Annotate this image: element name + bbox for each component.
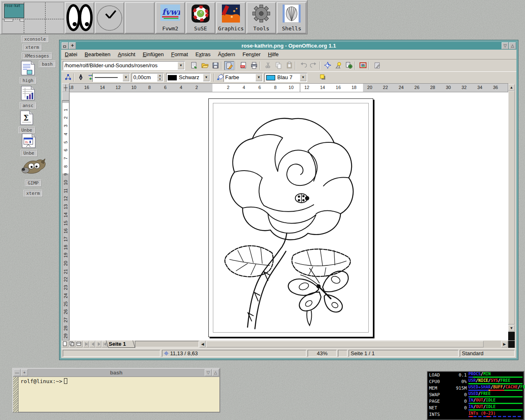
- status-zoom-cell[interactable]: 43%: [308, 350, 337, 357]
- desktop-icon-xconsole-0[interactable]: xconsole: [21, 36, 49, 43]
- launcher-graphics[interactable]: Graphics: [216, 2, 246, 34]
- line-color-select[interactable]: Schwarz ▼: [166, 73, 210, 82]
- scroll-right-icon[interactable]: ▶: [501, 341, 508, 347]
- chevron-down-icon[interactable]: ▼: [256, 74, 262, 81]
- desktop-icon-high-4[interactable]: high: [20, 60, 37, 84]
- copy-icon[interactable]: [274, 61, 283, 70]
- new-document-icon[interactable]: [189, 61, 199, 70]
- open-icon[interactable]: [200, 61, 210, 70]
- menu-hilfe[interactable]: Hilfe: [264, 50, 282, 59]
- desktop-icon-bash-3[interactable]: bash: [39, 61, 56, 68]
- redo-icon[interactable]: [309, 61, 319, 70]
- scroll-down-icon[interactable]: ▼: [508, 325, 515, 331]
- zoom-icon[interactable]: [333, 61, 343, 70]
- edit-file-icon[interactable]: [224, 61, 234, 70]
- edit-points-icon[interactable]: [63, 73, 73, 82]
- view-mode-button-1[interactable]: [62, 341, 68, 347]
- menu-bearbeiten[interactable]: Bearbeiten: [81, 50, 114, 59]
- vertical-ruler[interactable]: 1234567891011121314151617181920212223242…: [62, 100, 69, 340]
- export-pdf-icon[interactable]: PDF: [238, 61, 248, 70]
- window-titlebar[interactable]: rose-kathrin.png - OpenOffice.org 1.1: [61, 42, 516, 50]
- vertical-scrollbar[interactable]: ▲ ▼: [508, 84, 515, 340]
- status-template-cell[interactable]: Standard: [460, 350, 515, 357]
- line-style-select[interactable]: ▼: [92, 73, 130, 82]
- desktop-icon-ansc-5[interactable]: ansc: [20, 85, 37, 109]
- paste-icon[interactable]: [284, 61, 294, 70]
- data-sources-icon[interactable]: [372, 61, 382, 70]
- xeyes-widget[interactable]: [65, 2, 94, 34]
- desktop-icon-xterm-9[interactable]: xterm: [23, 190, 43, 197]
- menu-einfgen[interactable]: Einfügen: [139, 50, 167, 59]
- pager-mini-sysmon[interactable]: [20, 19, 24, 21]
- navigator-icon[interactable]: [323, 61, 333, 70]
- launcher-fvwm2[interactable]: fvwmFvwm2: [155, 2, 185, 34]
- horizontal-scroll-track[interactable]: [484, 341, 501, 347]
- terminal-body[interactable]: rolf@linux:~>: [13, 377, 219, 412]
- window-menu-button[interactable]: [62, 42, 68, 49]
- desktop-icon-gimp-8[interactable]: GIMP: [21, 157, 46, 187]
- chevron-down-icon[interactable]: ▼: [203, 74, 210, 81]
- scroll-up-icon[interactable]: ▲: [508, 84, 515, 91]
- horizontal-ruler[interactable]: 1816141210864224681012141618202224262830…: [69, 83, 508, 92]
- terminal-titlebar[interactable]: bash: [13, 369, 219, 377]
- page-tab-label[interactable]: Seite 1: [109, 341, 126, 347]
- first-page-icon[interactable]: [83, 341, 89, 347]
- view-mode-button-3[interactable]: [76, 341, 82, 347]
- window-maximize-button[interactable]: △: [509, 42, 516, 49]
- xclock-widget[interactable]: [95, 2, 124, 34]
- horizontal-scroll-thumb[interactable]: [206, 341, 484, 347]
- fill-color-select[interactable]: Blau 7 ▼: [265, 73, 307, 82]
- status-page-cell[interactable]: Seite 1 / 1: [349, 350, 459, 357]
- cut-icon[interactable]: [263, 61, 273, 70]
- launcher-tools[interactable]: Tools: [247, 2, 276, 34]
- fill-type-label[interactable]: Farbe: [225, 74, 255, 80]
- window-minimize-button[interactable]: ▽: [502, 42, 509, 49]
- window-minimize-button[interactable]: ▽: [205, 369, 212, 376]
- gallery-icon[interactable]: [358, 61, 368, 70]
- fill-type-select[interactable]: Farbe ▼: [224, 73, 263, 82]
- menu-format[interactable]: Format: [167, 50, 192, 59]
- window-menu-button[interactable]: —: [14, 369, 21, 376]
- menu-fenster[interactable]: Fenster: [239, 50, 264, 59]
- desktop-icon-unbe-6[interactable]: ΣUnbe: [18, 110, 35, 134]
- pager-mini-terminal[interactable]: [4, 19, 13, 21]
- line-width-value[interactable]: 0,00cm: [133, 74, 156, 80]
- status-position-cell[interactable]: 11,13 / 8,63: [162, 350, 306, 357]
- desktop-icon-xterm-1[interactable]: xterm: [23, 44, 42, 51]
- line-color-label[interactable]: Schwarz: [179, 74, 203, 80]
- print-icon[interactable]: [249, 61, 259, 70]
- menu-extras[interactable]: Extras: [192, 50, 214, 59]
- pager-mini-window[interactable]: rose-kat: [4, 4, 24, 18]
- tab-scroll-left-icon[interactable]: ◀: [200, 341, 205, 347]
- url-value[interactable]: /home/rolf/Bilder-und-Sounds/rosen/ros: [64, 62, 177, 68]
- chevron-down-icon[interactable]: ▼: [300, 74, 306, 81]
- shadow-icon[interactable]: [318, 73, 328, 82]
- drawing-canvas[interactable]: [69, 92, 508, 340]
- desktop-icon-xmessages-2[interactable]: XMessages: [22, 52, 52, 59]
- launcher-suse[interactable]: SuSE: [186, 2, 215, 34]
- hyperlink-icon[interactable]: [344, 61, 354, 70]
- url-combobox[interactable]: /home/rolf/Bilder-und-Sounds/rosen/ros ▼: [63, 61, 185, 70]
- menu-datei[interactable]: Datei: [61, 50, 81, 59]
- menu-ndern[interactable]: Ändern: [214, 50, 239, 59]
- ruler-origin-button[interactable]: ┼: [62, 83, 69, 92]
- status-modified-cell[interactable]: [338, 350, 347, 357]
- save-icon[interactable]: [210, 61, 220, 70]
- image-object-frame[interactable]: [213, 103, 369, 333]
- window-maximize-button[interactable]: △: [212, 369, 219, 376]
- vertical-ruler-top-box[interactable]: [62, 92, 69, 100]
- view-mode-button-2[interactable]: [69, 341, 75, 347]
- window-stick-button[interactable]: +: [21, 369, 28, 376]
- line-width-spinner[interactable]: 0,00cm ▲▼: [132, 73, 164, 82]
- menu-ansicht[interactable]: Ansicht: [114, 50, 139, 59]
- window-stick-button[interactable]: +: [69, 42, 76, 49]
- undo-icon[interactable]: [298, 61, 308, 70]
- prev-page-icon[interactable]: [89, 341, 95, 347]
- launcher-shells[interactable]: Shells: [277, 2, 306, 34]
- pen-icon[interactable]: [76, 73, 86, 82]
- document-page[interactable]: [208, 98, 373, 337]
- vertical-scroll-thumb[interactable]: [508, 91, 515, 324]
- chevron-down-icon[interactable]: ▼: [178, 62, 184, 69]
- spinner-buttons[interactable]: ▲▼: [157, 74, 163, 81]
- terminal-scrollbar[interactable]: [13, 377, 18, 412]
